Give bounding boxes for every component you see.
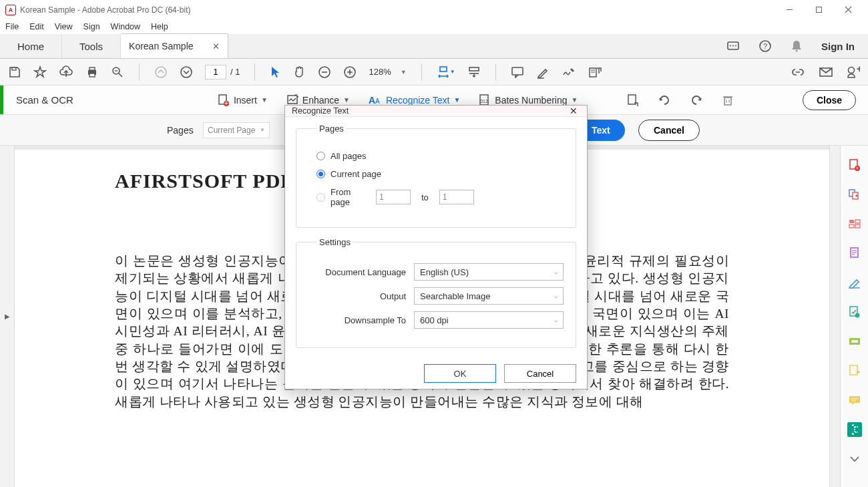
menu-help[interactable]: Help [151, 22, 168, 31]
window-title: Korean Sample - Adobe Acrobat Pro DC (64… [20, 5, 775, 15]
selection-tool-icon[interactable] [270, 65, 280, 79]
maximize-button[interactable] [804, 0, 833, 19]
menu-file[interactable]: File [5, 22, 19, 31]
scan-ocr-panel-icon[interactable] [847, 422, 862, 437]
svg-rect-26 [469, 67, 479, 71]
output-label: Output [316, 291, 414, 301]
radio-from-page[interactable]: From page to [316, 187, 564, 207]
find-icon[interactable] [111, 65, 124, 79]
svg-point-18 [156, 67, 166, 77]
svg-rect-13 [89, 67, 95, 70]
downsample-select[interactable]: 600 dpi ⌵ [414, 311, 564, 329]
menu-bar: File Edit View Sign Window Help [0, 19, 868, 34]
edit-icon[interactable] [588, 65, 603, 79]
svg-rect-57 [855, 224, 860, 228]
svg-point-34 [849, 67, 855, 73]
page-down-icon[interactable] [180, 65, 193, 79]
svg-line-16 [119, 73, 122, 77]
title-bar: A Korean Sample - Adobe Acrobat Pro DC (… [0, 0, 868, 19]
email-icon[interactable] [819, 65, 833, 79]
page-total: / 1 [230, 67, 240, 77]
hand-tool-icon[interactable] [292, 65, 306, 79]
page-number-input[interactable] [205, 65, 226, 79]
dialog-cancel-button[interactable]: Cancel [504, 364, 576, 383]
rotate-left-icon[interactable] [658, 94, 671, 107]
print-icon[interactable] [85, 65, 99, 79]
crop-icon[interactable] [627, 94, 639, 107]
zoom-select[interactable]: 128% ▼ [369, 67, 406, 77]
close-window-button[interactable] [833, 0, 863, 19]
radio-current-page[interactable]: Current page [316, 169, 564, 179]
svg-text:+: + [855, 165, 859, 172]
save-icon[interactable] [8, 65, 21, 79]
read-mode-icon[interactable] [467, 65, 481, 79]
export-icon[interactable] [847, 246, 862, 261]
from-page-input[interactable] [376, 190, 411, 204]
highlight-icon[interactable] [536, 65, 550, 79]
tab-document[interactable]: Korean Sample ✕ [121, 33, 228, 58]
fit-width-icon[interactable]: ▼ [437, 65, 455, 79]
svg-rect-54 [849, 220, 854, 223]
cloud-icon[interactable] [59, 65, 73, 79]
scrollbar[interactable] [829, 146, 840, 487]
menu-edit[interactable]: Edit [29, 22, 44, 31]
svg-rect-28 [512, 67, 523, 75]
request-sig-icon[interactable] [847, 363, 862, 378]
svg-point-6 [732, 45, 734, 47]
svg-text:A: A [369, 95, 375, 106]
create-pdf-icon[interactable]: + [847, 158, 862, 172]
radio-all-pages[interactable]: All pages [316, 151, 564, 161]
comment-panel-icon[interactable] [847, 393, 862, 408]
stamp-icon[interactable] [847, 334, 862, 349]
menu-view[interactable]: View [55, 22, 73, 31]
settings-fieldset: Settings Document Language English (US) … [296, 237, 576, 348]
tab-close-icon[interactable]: ✕ [212, 41, 220, 51]
link-icon[interactable] [791, 65, 805, 79]
organize-icon[interactable] [847, 216, 862, 231]
share-icon[interactable]: + [847, 65, 860, 79]
fill-sign-icon[interactable] [847, 305, 862, 319]
zoom-in-icon[interactable] [343, 65, 357, 79]
help-icon[interactable]: ? [758, 39, 772, 53]
dialog-close-icon[interactable]: ✕ [567, 106, 580, 116]
cancel-button[interactable]: Cancel [638, 120, 700, 141]
doc-language-select[interactable]: English (US) ⌵ [414, 263, 564, 281]
to-page-input[interactable] [439, 190, 474, 204]
tab-home[interactable]: Home [0, 34, 62, 58]
menu-sign[interactable]: Sign [83, 22, 100, 31]
radio-icon [316, 170, 325, 178]
notifications-icon[interactable] [726, 40, 740, 52]
tab-tools[interactable]: Tools [62, 34, 121, 58]
zoom-out-icon[interactable] [318, 65, 331, 79]
svg-text:+: + [857, 65, 860, 74]
svg-rect-56 [849, 224, 854, 228]
minimize-button[interactable] [775, 0, 804, 19]
page-up-icon[interactable] [154, 65, 168, 79]
svg-point-10 [796, 50, 798, 52]
dialog-title-bar: Recognize Text ✕ [285, 106, 587, 117]
delete-icon[interactable] [722, 94, 734, 107]
more-tools-icon[interactable] [847, 452, 862, 466]
sign-in-link[interactable]: Sign In [821, 41, 855, 52]
sign-icon[interactable] [562, 65, 576, 79]
star-icon[interactable] [33, 65, 47, 79]
output-select[interactable]: Searchable Image ⌵ [414, 287, 564, 305]
pages-select[interactable]: Current Page ▼ [203, 122, 270, 138]
svg-point-64 [855, 313, 859, 318]
sidebar-toggle[interactable]: ▶ [0, 146, 15, 487]
bell-icon[interactable] [791, 39, 803, 53]
svg-rect-66 [851, 340, 858, 343]
enhance-menu[interactable]: Enhance▼ [286, 94, 350, 106]
comment-icon[interactable] [511, 66, 524, 78]
menu-window[interactable]: Window [111, 22, 140, 31]
combine-icon[interactable] [847, 187, 862, 202]
insert-menu[interactable]: + Insert▼ [218, 94, 268, 107]
recognize-text-menu[interactable]: AA Recognize Text▼ [369, 95, 460, 106]
radio-icon [316, 152, 325, 160]
radio-icon [316, 193, 325, 202]
dialog-ok-button[interactable]: OK [424, 364, 496, 383]
pages-label: Pages [167, 125, 194, 136]
rotate-right-icon[interactable] [690, 94, 703, 107]
close-panel-button[interactable]: Close [803, 90, 856, 110]
edit-pdf-icon[interactable] [847, 275, 862, 290]
